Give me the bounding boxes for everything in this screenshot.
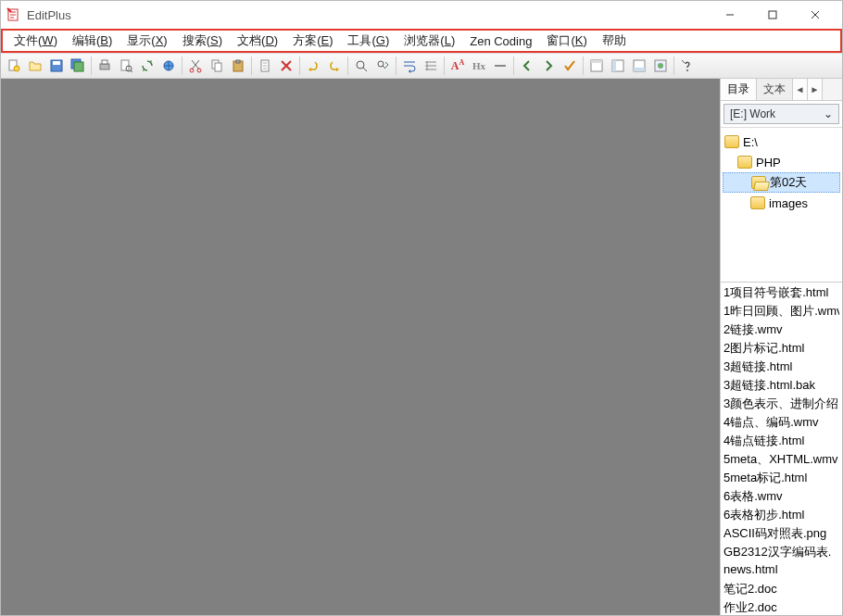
panel-1-button[interactable] [586,56,607,76]
file-item[interactable]: GB2312汉字编码表. [723,544,839,562]
open-file-icon [28,58,43,73]
print-preview-button[interactable] [116,56,136,76]
menu-4[interactable]: 文档(D) [230,31,285,51]
panel-2-button[interactable] [608,56,628,76]
nav-left-icon [520,58,535,73]
save-icon [49,58,64,73]
menu-9[interactable]: 窗口(K) [539,31,594,51]
nav-left-button[interactable] [517,56,537,76]
folder-tree: E:\PHP第02天images [721,127,842,217]
line-button[interactable] [490,56,510,76]
print-button[interactable] [94,56,115,76]
file-item[interactable]: 1昨日回顾、图片.wmv [723,303,839,321]
file-item[interactable]: ASCII码对照表.png [723,525,839,544]
file-item[interactable]: 5meta、XHTML.wmv [723,451,839,470]
word-wrap-button[interactable] [399,56,420,76]
nav-right-icon [541,58,556,73]
check-button[interactable] [560,56,580,76]
drive-select[interactable]: [E:] Work ⌄ [723,104,839,124]
print-icon [97,58,112,73]
svg-point-3 [14,66,19,71]
file-item[interactable]: 1项目符号嵌套.html [723,284,839,303]
svg-rect-23 [591,60,602,63]
redo-button[interactable] [324,56,345,76]
save-button[interactable] [46,56,67,76]
toolbar-separator [347,57,348,75]
hx-button[interactable]: Hx [469,56,489,76]
file-item[interactable]: 4锚点链接.html [723,433,839,451]
file-item[interactable]: 5meta标记.html [723,470,839,488]
help-icon [680,58,695,73]
chevron-down-icon: ⌄ [824,107,833,120]
menu-10[interactable]: 帮助 [595,31,634,51]
new-file-icon [6,58,21,73]
find-button[interactable] [351,56,371,76]
svg-rect-8 [100,64,109,69]
menu-3[interactable]: 搜索(S) [175,31,230,51]
menu-2[interactable]: 显示(X) [120,31,174,51]
save-all-button[interactable] [68,56,88,76]
line-numbers-button[interactable] [421,56,441,76]
panel-2-icon [610,58,625,73]
toolbar-separator [182,57,182,75]
file-item[interactable]: 2图片标记.html [723,340,839,358]
sync-icon [140,58,155,73]
svg-rect-16 [215,63,221,71]
file-item[interactable]: 作业2.doc [723,599,839,615]
app-title: EditPlus [27,8,71,22]
close-button[interactable] [794,1,837,29]
menu-6[interactable]: 工具(G) [340,31,396,51]
print-preview-icon [119,58,133,73]
font-aa-button[interactable]: AA [447,56,468,76]
undo-button[interactable] [303,56,323,76]
web-button[interactable] [158,56,179,76]
tab-directory[interactable]: 目录 [721,79,757,100]
menu-0[interactable]: 文件(W) [6,31,65,51]
menu-5[interactable]: 方案(E) [285,31,340,51]
tab-scroll-right[interactable]: ► [808,79,823,100]
paste-button[interactable] [228,56,248,76]
copy-button[interactable] [207,56,227,76]
svg-rect-9 [102,60,107,64]
doc-button[interactable] [255,56,275,76]
delete-button[interactable] [276,56,296,76]
new-file-button[interactable] [4,56,24,76]
font-icon: AA [451,58,464,73]
sync-button[interactable] [137,56,157,76]
menu-7[interactable]: 浏览器(L) [396,31,462,51]
editor-area [1,79,720,615]
cut-button[interactable] [185,56,206,76]
line-numbers-icon [423,58,438,73]
tree-item-0[interactable]: E:\ [723,132,840,152]
minimize-button[interactable] [709,1,751,29]
help-button[interactable] [677,56,698,76]
file-item[interactable]: 3超链接.html.bak [723,377,839,396]
folder-icon [751,176,766,189]
tree-item-3[interactable]: images [723,193,840,213]
cut-icon [188,58,203,73]
file-item[interactable]: 4锚点、编码.wmv [723,414,839,433]
doc-icon [258,58,272,73]
svg-rect-18 [236,60,240,63]
find-next-button[interactable] [372,56,393,76]
maximize-button[interactable] [751,1,794,29]
tree-item-2[interactable]: 第02天 [723,172,840,193]
toolbar-separator [251,57,252,75]
tree-item-1[interactable]: PHP [723,152,840,172]
panel-3-button[interactable] [629,56,649,76]
nav-right-button[interactable] [538,56,559,76]
file-item[interactable]: 6表格.wmv [723,488,839,507]
file-item[interactable]: 3超链接.html [723,358,839,377]
file-item[interactable]: 笔记2.doc [723,581,839,599]
tab-scroll-left[interactable]: ◄ [793,79,808,100]
file-item[interactable]: 2链接.wmv [723,321,839,340]
file-item[interactable]: 6表格初步.html [723,507,839,525]
menu-1[interactable]: 编辑(B) [65,31,120,51]
tab-text[interactable]: 文本 [757,79,793,100]
panel-4-button[interactable] [650,56,671,76]
open-file-button[interactable] [25,56,45,76]
file-item[interactable]: news.html [723,562,839,581]
menu-8[interactable]: Zen Coding [462,32,539,50]
file-item[interactable]: 3颜色表示、进制介绍 [723,396,839,414]
svg-point-30 [686,69,688,71]
